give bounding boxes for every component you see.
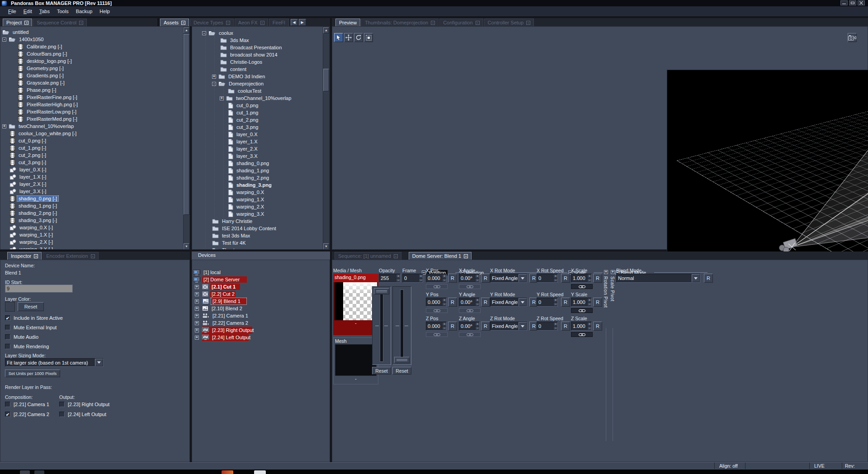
opacity-field[interactable]: 255+− bbox=[379, 274, 401, 283]
tree-item-grayscale-png[interactable]: Grayscale.png [-] bbox=[0, 79, 182, 86]
spinner-icon[interactable]: +− bbox=[553, 322, 557, 330]
preview-3d-viewport[interactable]: Y Z X [2.9] bbox=[667, 70, 868, 276]
checkbox-icon[interactable]: ✔ bbox=[5, 315, 10, 321]
tree-item-cut-0-png[interactable]: cut_0.png bbox=[192, 102, 322, 109]
chevron-down-icon[interactable] bbox=[519, 298, 527, 306]
x-pos-link-toggle[interactable] bbox=[426, 284, 448, 289]
z-rot-speed-reset-button[interactable]: R bbox=[561, 322, 570, 331]
checkbox-mute-rendering[interactable]: Mute Rendering bbox=[5, 344, 49, 349]
checkbox-icon[interactable] bbox=[5, 402, 10, 407]
minimize-button[interactable] bbox=[840, 0, 848, 5]
y-pos-reset-button[interactable]: R bbox=[448, 298, 457, 307]
z-scale-field[interactable]: 1.000+− bbox=[571, 322, 592, 331]
tree-item-layer-3-x[interactable]: layer_3.X bbox=[192, 152, 322, 160]
tree-item-desktop-logo-png[interactable]: desktop_logo.png [-] bbox=[0, 57, 182, 65]
project-tab-project[interactable]: Project× bbox=[3, 19, 32, 26]
tree-item-cut-1-png[interactable]: cut_1.png bbox=[192, 109, 322, 116]
checkbox-icon[interactable]: ✔ bbox=[5, 412, 10, 417]
y-pos-link-toggle[interactable] bbox=[426, 308, 448, 313]
device-row-2-2-cut-2[interactable]: +[2.2] Cut 2 bbox=[192, 290, 330, 298]
spinner-icon[interactable]: +− bbox=[587, 274, 591, 282]
tree-item-test-3ds-max[interactable]: test 3ds Max bbox=[192, 232, 322, 239]
x-scale-reset-button[interactable]: R bbox=[593, 274, 602, 283]
tree-item-untitled[interactable]: untitled bbox=[0, 28, 182, 36]
y-rot-speed-reset-button[interactable]: R bbox=[561, 298, 570, 307]
inspector-tab-encoder-extension[interactable]: Encoder Extension× bbox=[42, 252, 98, 260]
tab-scroll-right-icon[interactable]: ▶ bbox=[299, 19, 306, 26]
checkbox-mute-external-input[interactable]: Mute External Input bbox=[5, 325, 57, 330]
tree-item-shading-2-png[interactable]: shading_2.png bbox=[192, 174, 322, 181]
tree-item-broadcast-show-2014[interactable]: broadcast show 2014 bbox=[192, 51, 322, 58]
z-pos-field[interactable]: 0.000+− bbox=[426, 322, 447, 331]
spinner-icon[interactable]: +− bbox=[475, 274, 479, 282]
menu-tabs[interactable]: Tabs bbox=[36, 7, 53, 15]
spinner-icon[interactable]: +− bbox=[442, 298, 446, 306]
scroll-up-icon[interactable]: ▲ bbox=[184, 27, 189, 33]
x-angle-reset-button[interactable]: R bbox=[481, 274, 490, 283]
checkbox-include-in-store-active[interactable]: ✔Include in Store Active bbox=[5, 315, 63, 321]
tree-item-colourbars-png[interactable]: ColourBars.png [-] bbox=[0, 50, 182, 57]
expand-icon[interactable]: + bbox=[212, 75, 216, 79]
assets-tab-device-types[interactable]: Device Types× bbox=[190, 19, 234, 26]
device-row-1-local[interactable]: [1] local bbox=[192, 269, 330, 276]
params-tab-dome-server-blend-1[interactable]: Dome Server: Blend 1× bbox=[409, 252, 472, 260]
spinner-icon[interactable]: +− bbox=[587, 322, 591, 330]
device-row-2-1-cut-1[interactable]: +[2.1] Cut 1 bbox=[192, 283, 330, 290]
expand-icon[interactable]: + bbox=[195, 336, 199, 340]
x-scale-field[interactable]: 1.000+− bbox=[571, 274, 592, 283]
tree-item-cut-2-png[interactable]: cut_2.png [-] bbox=[0, 152, 182, 159]
id-start-input[interactable]: 9 bbox=[5, 284, 73, 293]
close-icon[interactable]: × bbox=[91, 254, 95, 258]
preview-tab-controller-setup[interactable]: Controller Setup× bbox=[484, 19, 534, 26]
checkbox-2-23-right-output[interactable]: [2.23] Right Output bbox=[59, 402, 109, 407]
tree-item-layer-2-x[interactable]: layer_2.X [-] bbox=[0, 180, 182, 188]
expand-icon[interactable]: + bbox=[195, 328, 199, 332]
params-tab-sequence-1-unnamed[interactable]: Sequence: [1] unnamed× bbox=[335, 252, 401, 260]
taskbar-icon[interactable] bbox=[254, 470, 266, 474]
z-angle-link-toggle[interactable] bbox=[459, 332, 481, 337]
tree-item-pixelrasterlow-png[interactable]: PixelRasterLow.png [-] bbox=[0, 108, 182, 115]
assets-tab-assets[interactable]: Assets× bbox=[160, 19, 189, 26]
tree-item-3ds-max[interactable]: 3ds Max bbox=[192, 37, 322, 44]
windows-taskbar[interactable] bbox=[0, 469, 868, 474]
taskbar-icon[interactable] bbox=[222, 470, 233, 474]
collapse-icon[interactable]: - bbox=[202, 31, 206, 35]
tree-item-twochannel-10-overlap[interactable]: +twoChannel_10%overlap bbox=[192, 95, 322, 102]
y-pos-field[interactable]: 0.000+− bbox=[426, 298, 447, 307]
mesh-box[interactable] bbox=[335, 344, 377, 376]
y-scale-reset-button[interactable]: R bbox=[593, 298, 602, 307]
device-row-2-10-blend-2[interactable]: +[2.10] Blend 2 bbox=[192, 305, 330, 312]
project-scrollbar[interactable]: ▲ ▼ bbox=[183, 27, 190, 250]
opacity-reset-button[interactable]: Reset bbox=[372, 367, 391, 374]
media-thumbnail[interactable] bbox=[335, 282, 377, 320]
assets-scrollbar[interactable]: ▲ ▼ bbox=[323, 27, 330, 250]
mesh-cell[interactable]: Mesh- bbox=[333, 337, 378, 384]
menu-tools[interactable]: Tools bbox=[53, 7, 72, 15]
select-tool-icon[interactable] bbox=[334, 33, 343, 42]
maximize-button[interactable] bbox=[849, 0, 856, 5]
tree-item-warping-3-x[interactable]: warping_3.X [-] bbox=[0, 246, 182, 250]
spinner-icon[interactable]: +− bbox=[587, 298, 591, 306]
tree-item-ise-2014-lobby-content[interactable]: ISE 2014 Lobby Content bbox=[192, 225, 322, 232]
tree-item-cut-2-png[interactable]: cut_2.png bbox=[192, 116, 322, 123]
checkbox-2-21-camera-1[interactable]: [2.21] Camera 1 bbox=[5, 402, 49, 407]
scroll-down-icon[interactable]: ▼ bbox=[323, 243, 329, 250]
move-tool-icon[interactable] bbox=[344, 33, 353, 42]
expand-icon[interactable]: + bbox=[220, 96, 224, 100]
tree-item-cut-3-png[interactable]: cut_3.png bbox=[192, 123, 322, 131]
checkbox-2-24-left-output[interactable]: [2.24] Left Output bbox=[59, 412, 106, 417]
spinner-icon[interactable]: +− bbox=[553, 298, 557, 306]
tree-item-warping-0-x[interactable]: warping_0.X bbox=[192, 189, 322, 196]
close-icon[interactable]: × bbox=[79, 21, 83, 25]
tree-item-christie-logos[interactable]: Christie-Logos bbox=[192, 58, 322, 66]
tree-item-pixelrastermed-png[interactable]: PixelRasterMed.png [-] bbox=[0, 115, 182, 123]
y-angle-reset-button[interactable]: R bbox=[481, 298, 490, 307]
y-rot-speed-field[interactable]: 0+− bbox=[537, 298, 558, 307]
z-rot-speed-field[interactable]: 0+− bbox=[537, 322, 558, 331]
tree-item-shading-0-png[interactable]: shading_0.png [-] bbox=[0, 195, 182, 202]
assets-tab-aeon-fx[interactable]: Aeon FX× bbox=[235, 19, 268, 26]
tree-item-content[interactable]: content bbox=[192, 66, 322, 73]
chevron-down-icon[interactable] bbox=[692, 274, 700, 282]
chevron-down-icon[interactable] bbox=[519, 274, 527, 282]
z-pos-link-toggle[interactable] bbox=[426, 332, 448, 337]
